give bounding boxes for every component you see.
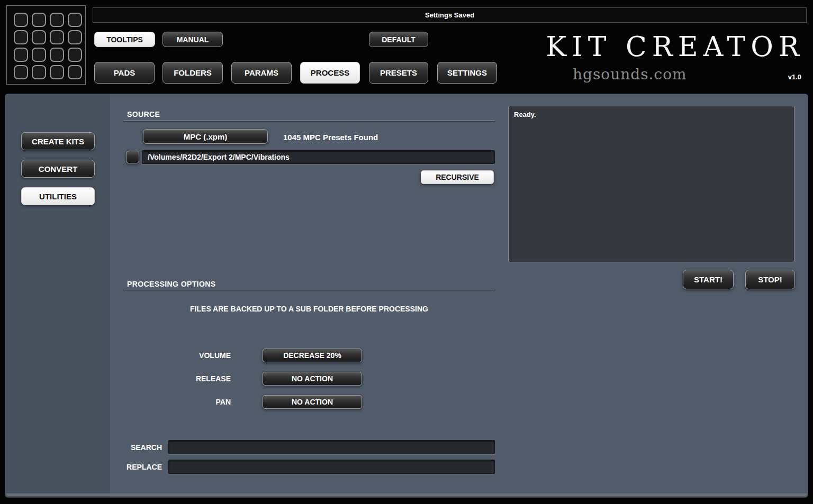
replace-input[interactable] <box>168 460 495 474</box>
source-section-title: SOURCE <box>127 110 160 118</box>
pad-cell <box>32 65 46 79</box>
pad-cell <box>14 30 28 44</box>
presets-found-text: 1045 MPC Presets Found <box>283 133 378 142</box>
start-button[interactable]: START! <box>683 270 734 289</box>
pad-grid-icon <box>6 5 86 85</box>
pad-cell <box>68 13 82 27</box>
pad-cell <box>50 48 64 62</box>
main-panel: CREATE KITS CONVERT UTILITIES SOURCE MPC… <box>5 94 808 497</box>
pad-cell <box>32 30 46 44</box>
app-logo-title: KIT CREATOR <box>466 31 805 62</box>
search-input[interactable] <box>168 440 495 454</box>
pad-cell <box>50 13 64 27</box>
tab-settings[interactable]: SETTINGS <box>437 62 497 84</box>
manual-button[interactable]: MANUAL <box>162 32 223 47</box>
pad-cell <box>32 13 46 27</box>
tab-params[interactable]: PARAMS <box>231 62 292 84</box>
log-output: Ready. <box>508 106 794 262</box>
pad-cell <box>32 48 46 62</box>
pad-cell <box>14 48 28 62</box>
default-button[interactable]: DEFAULT <box>369 32 428 47</box>
app-version: v1.0 <box>788 73 801 81</box>
volume-action-button[interactable]: DECREASE 20% <box>263 349 362 362</box>
tab-folders[interactable]: FOLDERS <box>162 62 223 84</box>
backup-note: FILES ARE BACKED UP TO A SUB FOLDER BEFO… <box>123 305 495 313</box>
source-section-divider <box>123 121 495 121</box>
recursive-toggle-button[interactable]: RECURSIVE <box>421 170 494 184</box>
tab-process[interactable]: PROCESS <box>300 62 360 84</box>
pad-cell <box>50 30 64 44</box>
pan-label: PAN <box>169 398 231 406</box>
pad-cell <box>68 30 82 44</box>
pad-cell <box>50 65 64 79</box>
sidebar-item-create-kits[interactable]: CREATE KITS <box>21 132 95 150</box>
pad-cell <box>14 13 28 27</box>
tab-pads[interactable]: PADS <box>94 62 155 84</box>
sidebar-item-convert[interactable]: CONVERT <box>21 160 95 178</box>
stop-button[interactable]: STOP! <box>745 270 795 289</box>
kit-creator-app: Settings Saved TOOLTIPS MANUAL DEFAULT P… <box>0 0 813 504</box>
status-text: Settings Saved <box>425 11 474 19</box>
sidebar <box>5 94 110 497</box>
path-browse-button[interactable] <box>126 151 139 163</box>
pad-cell <box>68 48 82 62</box>
app-logo-subtitle: hgsounds.com <box>573 66 687 83</box>
processing-section-divider <box>123 290 495 290</box>
search-label: SEARCH <box>101 443 162 452</box>
volume-label: VOLUME <box>169 351 231 360</box>
status-bar: Settings Saved <box>93 7 807 23</box>
replace-label: REPLACE <box>101 463 162 471</box>
processing-section-title: PROCESSING OPTIONS <box>127 280 215 288</box>
tab-presets[interactable]: PRESETS <box>369 62 428 84</box>
release-label: RELEASE <box>169 374 231 383</box>
pan-action-button[interactable]: NO ACTION <box>263 395 362 409</box>
source-path-field[interactable] <box>142 150 495 164</box>
pad-cell <box>14 65 28 79</box>
log-text: Ready. <box>514 111 536 118</box>
tooltips-button[interactable]: TOOLTIPS <box>94 32 155 47</box>
pad-cell <box>68 65 82 79</box>
sidebar-item-utilities[interactable]: UTILITIES <box>21 187 95 205</box>
source-format-button[interactable]: MPC (.xpm) <box>143 129 268 144</box>
bottom-edge <box>6 493 807 496</box>
release-action-button[interactable]: NO ACTION <box>263 372 362 386</box>
